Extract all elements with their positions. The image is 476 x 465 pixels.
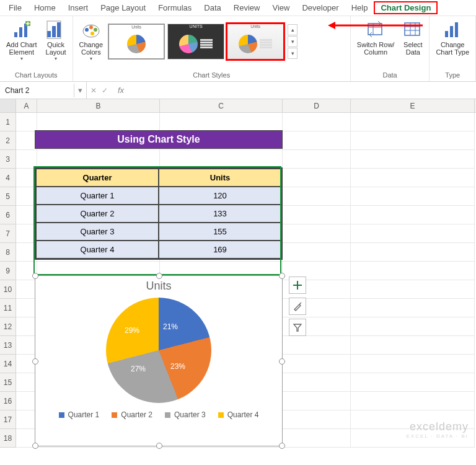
cell[interactable] [16,336,37,355]
cell[interactable] [351,280,475,299]
menu-data[interactable]: Data [198,2,227,14]
cell[interactable] [351,373,475,392]
cell[interactable] [16,150,37,169]
cell-units[interactable]: 169 [159,241,281,259]
chart-styles-button[interactable] [289,298,306,315]
row-header-18[interactable]: 18 [0,429,16,448]
cell[interactable] [351,299,475,317]
chart-style-thumb-3[interactable]: Units [227,24,284,60]
cell[interactable] [351,262,475,280]
cell[interactable] [160,150,283,169]
row-header-11[interactable]: 11 [0,299,16,317]
row-header-4[interactable]: 4 [0,169,16,187]
cell[interactable] [160,113,283,131]
column-header-A[interactable]: A [16,99,37,112]
cell[interactable] [351,243,475,262]
row-header-1[interactable]: 1 [0,113,16,131]
row-header-8[interactable]: 8 [0,243,16,262]
cell[interactable] [283,336,351,355]
cell-quarter[interactable]: Quarter 3 [36,223,159,241]
cell[interactable] [16,113,37,131]
select-all-corner[interactable] [0,99,16,112]
namebox-dropdown-button[interactable]: ▾ [74,82,87,99]
gallery-down-button[interactable]: ▾ [288,36,298,47]
row-header-9[interactable]: 9 [0,262,16,280]
cell[interactable] [283,373,351,392]
row-header-6[interactable]: 6 [0,206,16,224]
name-box[interactable]: Chart 2 [0,84,74,97]
menu-review[interactable]: Review [227,2,267,14]
cell[interactable] [351,169,475,187]
cell[interactable] [351,206,475,224]
quick-layout-button[interactable]: QuickLayout ▾ [42,17,70,64]
cell-units[interactable]: 133 [159,205,281,223]
cell[interactable] [283,392,351,410]
cell[interactable] [351,187,475,206]
cell-quarter[interactable]: Quarter 1 [36,187,159,205]
cell[interactable] [16,373,37,392]
add-chart-element-button[interactable]: Add ChartElement ▾ [2,17,41,64]
cell[interactable] [16,392,37,410]
cell[interactable] [16,410,37,429]
cell[interactable] [283,187,351,206]
row-header-3[interactable]: 3 [0,150,16,169]
row-header-14[interactable]: 14 [0,355,16,373]
cell[interactable] [283,224,351,243]
column-header-B[interactable]: B [37,99,160,112]
cell[interactable] [16,243,37,262]
cell[interactable] [16,317,37,336]
menu-help[interactable]: Help [345,2,374,14]
legend-item[interactable]: Quarter 1 [59,410,100,419]
chart-legend[interactable]: Quarter 1Quarter 2Quarter 3Quarter 4 [35,410,282,419]
cell[interactable] [16,169,37,187]
cell[interactable] [283,131,351,150]
cell-units[interactable]: 120 [159,187,281,205]
cell[interactable] [283,355,351,373]
legend-item[interactable]: Quarter 3 [165,410,206,419]
column-header-D[interactable]: D [283,99,351,112]
legend-item[interactable]: Quarter 4 [218,410,259,419]
cell[interactable] [16,224,37,243]
chart-object[interactable]: Units 21% 23% 27% 29% Quarter 1Quarter 2… [35,275,283,446]
chart-style-thumb-2[interactable]: UNITS [167,24,224,60]
row-header-7[interactable]: 7 [0,224,16,243]
cell[interactable] [351,355,475,373]
menu-insert[interactable]: Insert [62,2,95,14]
cells-area[interactable]: Using Chart Style Quarter Units Quarter … [16,113,476,448]
row-header-13[interactable]: 13 [0,336,16,355]
row-header-15[interactable]: 15 [0,373,16,392]
menu-page-layout[interactable]: Page Layout [94,2,152,14]
cell[interactable] [351,336,475,355]
column-header-C[interactable]: C [160,99,283,112]
cell[interactable] [16,206,37,224]
change-chart-type-button[interactable]: ChangeChart Type [432,17,473,58]
chart-filters-button[interactable] [289,319,306,336]
cell[interactable] [283,429,351,448]
menu-chart-design[interactable]: Chart Design [374,1,438,14]
cell[interactable] [37,150,160,169]
cell[interactable] [351,224,475,243]
cell[interactable] [351,113,475,131]
chart-elements-button[interactable] [289,277,306,294]
cell[interactable] [351,131,475,150]
row-header-2[interactable]: 2 [0,131,16,150]
column-header-E[interactable]: E [351,99,475,112]
row-header-10[interactable]: 10 [0,280,16,299]
chart-title[interactable]: Units [35,280,282,293]
row-header-12[interactable]: 12 [0,317,16,336]
cell[interactable] [283,113,351,131]
cell[interactable] [16,299,37,317]
cell[interactable] [283,150,351,169]
cell-units[interactable]: 155 [159,223,281,241]
cell[interactable] [351,392,475,410]
cell[interactable] [16,131,37,150]
menu-developer[interactable]: Developer [296,2,345,14]
pie-chart[interactable]: 21% 23% 27% 29% [106,298,211,403]
menu-formulas[interactable]: Formulas [152,2,198,14]
chart-style-thumb-1[interactable]: Units [108,24,165,60]
gallery-more-button[interactable]: ▾ [288,48,298,59]
row-header-16[interactable]: 16 [0,392,16,410]
menu-view[interactable]: View [266,2,296,14]
change-colors-button[interactable]: ChangeColors ▾ [76,17,107,64]
cell[interactable] [37,113,160,131]
